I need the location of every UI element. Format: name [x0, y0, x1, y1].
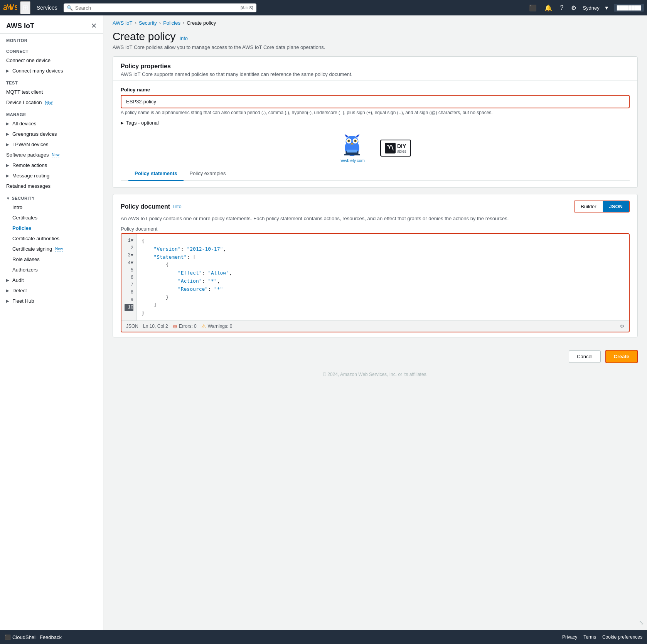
services-label: Services [37, 5, 57, 11]
breadcrumb-security[interactable]: Security [139, 20, 157, 26]
privacy-link[interactable]: Privacy [562, 634, 577, 640]
editor-settings-icon[interactable]: ⚙ [620, 324, 624, 329]
editor-status-left: JSON Ln 10, Col 2 ⊗ Errors: 0 ⚠ Warnings… [126, 323, 232, 329]
sidebar-item-detect[interactable]: ▶Detect [0, 285, 103, 296]
diy-main-text: DIY [397, 143, 406, 149]
section-label-monitor: Monitor [0, 34, 103, 44]
sidebar-item-policies[interactable]: Policies [0, 223, 103, 233]
terminal-icon-button[interactable]: ⬛ [527, 3, 538, 13]
terms-link[interactable]: Terms [583, 634, 596, 640]
form-actions: Cancel Create [103, 344, 647, 369]
section-label-manage: Manage [0, 108, 103, 118]
search-input[interactable] [75, 5, 238, 11]
cancel-button[interactable]: Cancel [569, 350, 600, 363]
nav-right: ⬛ 🔔 ? ⚙ Sydney ▼ ████████ [527, 3, 644, 13]
sidebar-item-intro[interactable]: Intro [0, 202, 103, 212]
code-line-10: } [142, 309, 624, 317]
grid-icon[interactable]: ⊞ [20, 1, 30, 14]
ln-3: 3▼ [125, 252, 133, 259]
sidebar-item-authorizers[interactable]: Authorizers [0, 265, 103, 275]
code-content[interactable]: { "Version": "2012-10-17", "Statement": … [137, 234, 629, 320]
breadcrumb-aws-iot[interactable]: AWS IoT [113, 20, 133, 26]
sidebar-item-certificates[interactable]: Certificates [0, 212, 103, 223]
bell-icon-button[interactable]: 🔔 [543, 3, 554, 13]
sidebar-item-greengrass-devices[interactable]: ▶Greengrass devices [0, 129, 103, 139]
json-button[interactable]: JSON [603, 201, 629, 212]
warning-icon: ⚠ [201, 323, 206, 329]
status-errors: ⊗ Errors: 0 [173, 323, 197, 329]
breadcrumb-policies[interactable]: Policies [163, 20, 180, 26]
sidebar-item-role-aliases[interactable]: Role aliases [0, 254, 103, 265]
builder-button[interactable]: Builder [575, 201, 603, 212]
account-menu[interactable]: ████████ [614, 4, 644, 12]
sidebar-item-connect-many-devices[interactable]: ▶Connect many devices [0, 66, 103, 76]
sidebar-item-certificate-signing[interactable]: Certificate signing New [0, 244, 103, 254]
chevron-right-icon-6: ▶ [6, 174, 9, 178]
help-icon-button[interactable]: ? [558, 3, 565, 13]
sidebar-item-all-devices[interactable]: ▶All devices [0, 118, 103, 129]
policy-doc-description: An AWS IoT policy contains one or more p… [113, 216, 637, 226]
badge-new-software-packages: New [52, 153, 59, 157]
code-editor-wrapper: 1▼ 2 3▼ 4▼ 5 6 7 8 9 10 { "Version": "20… [121, 233, 630, 332]
chevron-right-icon-9: ▶ [6, 299, 9, 303]
sidebar-item-message-routing[interactable]: ▶Message routing [0, 170, 103, 181]
code-line-6: "Action": "*", [142, 277, 624, 285]
create-button[interactable]: Create [605, 350, 638, 363]
page-header: Create policy Info [103, 26, 647, 43]
cloudshell-button[interactable]: ⬛ CloudShell [5, 634, 37, 640]
feedback-button[interactable]: Feedback [40, 634, 62, 640]
policy-name-hint: A policy name is an alphanumeric string … [121, 110, 630, 115]
page-info-link[interactable]: Info [179, 35, 188, 41]
tags-collapsible[interactable]: ▶ Tags - optional [121, 115, 630, 126]
tab-policy-examples[interactable]: Policy examples [184, 167, 232, 181]
region-chevron[interactable]: ▼ [604, 5, 609, 11]
ln-9: 9 [125, 297, 133, 304]
badge-new-device-location: New [45, 100, 52, 105]
policy-document-card: Policy document Info Builder JSON An AWS… [113, 194, 638, 337]
code-line-9: ] [142, 301, 624, 309]
sidebar-item-software-packages[interactable]: Software packages New [0, 150, 103, 160]
main-content: AWS IoT › Security › Policies › Create p… [103, 15, 647, 644]
card-body-policy-properties: Policy name A policy name is an alphanum… [113, 81, 637, 187]
chevron-right-icon-2: ▶ [6, 121, 9, 126]
sidebar-item-lpwan-devices[interactable]: ▶LPWAN devices [0, 139, 103, 150]
copyright: © 2024, Amazon Web Services, Inc. or its… [103, 369, 647, 379]
section-label-test: Test [0, 76, 103, 87]
tab-policy-statements[interactable]: Policy statements [128, 167, 184, 181]
svg-point-8 [348, 140, 350, 142]
settings-icon-button[interactable]: ⚙ [569, 3, 578, 13]
region-selector[interactable]: Sydney [583, 5, 599, 11]
search-bar[interactable]: 🔍 [Alt+S] [64, 3, 256, 12]
terminal-small-icon: ⬛ [5, 634, 11, 640]
sidebar-item-certificate-authorities[interactable]: Certificate authorities [0, 233, 103, 244]
chevron-right-icon-7: ▶ [6, 278, 9, 282]
sidebar-item-remote-actions[interactable]: ▶Remote actions [0, 160, 103, 170]
code-line-1: { [142, 237, 624, 245]
bottom-bar: ⬛ CloudShell Feedback Privacy Terms Cook… [0, 630, 647, 644]
top-navigation: ⊞ Services 🔍 [Alt+S] ⬛ 🔔 ? ⚙ Sydney ▼ ██… [0, 0, 647, 15]
sidebar-item-retained-messages[interactable]: Retained messages [0, 181, 103, 191]
code-editor[interactable]: 1▼ 2 3▼ 4▼ 5 6 7 8 9 10 { "Version": "20… [121, 234, 629, 320]
breadcrumb-sep-2: › [159, 20, 161, 26]
cookie-preferences-link[interactable]: Cookie preferences [602, 634, 642, 640]
ln-8: 8 [125, 289, 133, 296]
sidebar: AWS IoT ✕ Monitor Connect Connect one de… [0, 15, 103, 644]
section-label-connect: Connect [0, 44, 103, 55]
sidebar-item-mqtt-test-client[interactable]: MQTT test client [0, 87, 103, 97]
sidebar-item-connect-one-device[interactable]: Connect one device [0, 55, 103, 66]
svg-rect-13 [344, 154, 360, 155]
chevron-down-icon: ▼ [6, 196, 10, 201]
code-line-4: { [142, 261, 624, 269]
policy-name-input[interactable] [121, 95, 630, 108]
policy-doc-info-link[interactable]: Info [173, 204, 182, 209]
page-description: AWS IoT Core policies allow you to manag… [103, 44, 647, 50]
sidebar-item-fleet-hub[interactable]: ▶Fleet Hub [0, 296, 103, 306]
sidebar-close-button[interactable]: ✕ [91, 22, 97, 30]
code-line-3: "Statement": [ [142, 253, 624, 261]
code-line-5: "Effect": "Allow", [142, 269, 624, 277]
sidebar-item-audit[interactable]: ▶Audit [0, 275, 103, 285]
bottom-bar-left: ⬛ CloudShell Feedback [5, 634, 62, 640]
sidebar-item-device-location[interactable]: Device Location New [0, 97, 103, 108]
ln-7: 7 [125, 282, 133, 289]
services-button[interactable]: Services [34, 3, 61, 12]
